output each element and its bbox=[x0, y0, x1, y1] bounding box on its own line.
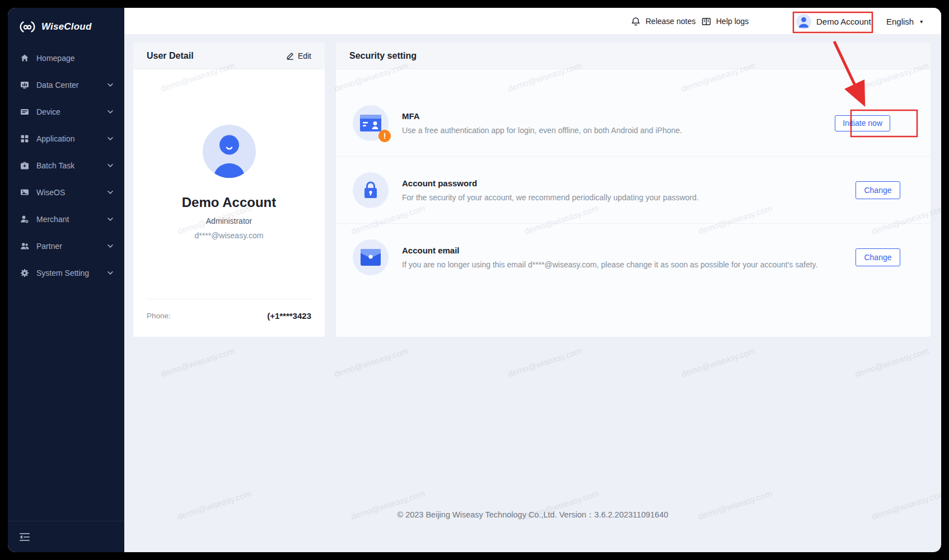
change-email-button[interactable]: Change bbox=[855, 248, 900, 266]
email-action: Change bbox=[855, 248, 900, 266]
footer-copyright: © 2023 Beijing Wiseasy Technology Co.,Lt… bbox=[124, 510, 941, 520]
batch-task-icon bbox=[20, 161, 29, 170]
user-detail-header: User Detail Edit bbox=[133, 43, 325, 69]
user-detail-card: User Detail Edit Demo Account bbox=[133, 43, 325, 337]
sidebar-item-homepage[interactable]: Homepage bbox=[8, 45, 124, 72]
partner-icon bbox=[20, 242, 29, 251]
email-icon-wrap bbox=[353, 239, 389, 275]
change-password-button[interactable]: Change bbox=[855, 181, 900, 199]
chevron-down-icon bbox=[107, 137, 113, 141]
sidebar-item-system-setting[interactable]: System Setting bbox=[8, 260, 124, 286]
mfa-row: ! MFA Use a free authentication app for … bbox=[336, 90, 931, 156]
account-menu[interactable]: Demo Account bbox=[796, 8, 871, 35]
security-setting-card: Security setting ! MFA Use a free authen… bbox=[336, 43, 931, 337]
data-center-icon bbox=[20, 81, 29, 90]
release-notes-button[interactable]: Release notes bbox=[631, 8, 696, 35]
chevron-down-icon bbox=[107, 110, 113, 114]
sidebar-item-label: System Setting bbox=[36, 269, 89, 277]
sidebar-item-merchant[interactable]: Merchant bbox=[8, 206, 124, 233]
sidebar-item-data-center[interactable]: Data Center bbox=[8, 72, 124, 98]
account-avatar-icon bbox=[796, 14, 811, 29]
chevron-down-icon bbox=[107, 271, 113, 275]
sidebar-item-wiseos[interactable]: WiseOS bbox=[8, 179, 124, 206]
password-description: For the security of your account, we rec… bbox=[402, 193, 699, 202]
lock-icon bbox=[353, 172, 389, 208]
initiate-now-button[interactable]: Initiate now bbox=[835, 115, 890, 131]
wiseos-icon bbox=[20, 188, 29, 197]
topbar: Release notes Help logs Demo Account Eng… bbox=[124, 8, 941, 35]
sidebar-item-application[interactable]: Application bbox=[8, 125, 124, 152]
edit-label: Edit bbox=[298, 51, 311, 60]
bell-icon bbox=[631, 17, 641, 26]
edit-button[interactable]: Edit bbox=[286, 51, 311, 60]
brand-logo: WiseCloud bbox=[8, 8, 124, 34]
sidebar-item-partner[interactable]: Partner bbox=[8, 233, 124, 260]
release-notes-label: Release notes bbox=[646, 17, 696, 26]
email-title: Account email bbox=[402, 246, 817, 255]
envelope-icon bbox=[353, 239, 389, 275]
email-description: If you are no longer using this email d*… bbox=[402, 260, 817, 269]
warning-badge-icon: ! bbox=[378, 130, 391, 142]
collapse-sidebar-icon[interactable] bbox=[19, 533, 30, 542]
user-detail-title: User Detail bbox=[147, 51, 194, 61]
chevron-down-icon bbox=[107, 191, 113, 195]
chevron-down-icon bbox=[107, 218, 113, 222]
sidebar-item-label: Partner bbox=[36, 242, 62, 251]
sidebar-footer bbox=[8, 521, 124, 552]
phone-value: (+1****3423 bbox=[267, 311, 311, 321]
chevron-down-icon bbox=[107, 244, 113, 248]
sidebar-item-device[interactable]: Device bbox=[8, 98, 124, 125]
pencil-icon bbox=[286, 51, 294, 60]
home-icon bbox=[20, 54, 29, 63]
language-selector[interactable]: English ▾ bbox=[886, 8, 923, 35]
mfa-description: Use a free authentication app for login,… bbox=[402, 126, 682, 135]
chevron-down-icon bbox=[107, 164, 113, 168]
user-email: d****@wiseasy.com bbox=[195, 231, 264, 240]
phone-label: Phone: bbox=[147, 312, 171, 320]
book-icon bbox=[702, 17, 711, 26]
sidebar-item-label: Merchant bbox=[36, 215, 69, 224]
sidebar-item-label: Batch Task bbox=[36, 161, 74, 170]
email-texts: Account email If you are no longer using… bbox=[402, 246, 817, 269]
wisecloud-logo-icon bbox=[19, 20, 36, 34]
sidebar-item-batch-task[interactable]: Batch Task bbox=[8, 152, 124, 179]
mfa-icon-wrap: ! bbox=[353, 105, 389, 141]
application-icon bbox=[20, 134, 29, 143]
help-logs-button[interactable]: Help logs bbox=[702, 8, 749, 35]
sidebar-nav: Homepage Data Center Device A bbox=[8, 45, 124, 286]
merchant-icon bbox=[20, 215, 29, 224]
language-label: English bbox=[886, 17, 914, 26]
sidebar-item-label: Homepage bbox=[36, 54, 75, 63]
user-name: Demo Account bbox=[182, 195, 276, 210]
security-setting-title: Security setting bbox=[349, 51, 417, 61]
account-password-row: Account password For the security of you… bbox=[336, 156, 931, 223]
sidebar-item-label: WiseOS bbox=[36, 188, 65, 197]
device-icon bbox=[20, 107, 29, 116]
security-setting-header: Security setting bbox=[336, 43, 931, 69]
phone-row: Phone: (+1****3423 bbox=[147, 311, 311, 321]
sidebar-item-label: Application bbox=[36, 134, 75, 143]
mfa-texts: MFA Use a free authentication app for lo… bbox=[402, 111, 682, 135]
help-logs-label: Help logs bbox=[716, 17, 749, 26]
account-email-row: Account email If you are no longer using… bbox=[336, 223, 931, 290]
user-avatar bbox=[203, 125, 256, 178]
account-name: Demo Account bbox=[816, 17, 871, 26]
password-title: Account password bbox=[402, 178, 699, 188]
app-window: WiseCloud Homepage Data Center Dev bbox=[8, 8, 941, 552]
password-texts: Account password For the security of you… bbox=[402, 178, 699, 202]
security-rows: ! MFA Use a free authentication app for … bbox=[336, 69, 931, 290]
caret-down-icon: ▾ bbox=[920, 18, 923, 25]
sidebar-item-label: Data Center bbox=[36, 81, 78, 90]
password-action: Change bbox=[855, 181, 900, 199]
mfa-action: Initiate now bbox=[835, 115, 900, 131]
user-detail-body: Demo Account Administrator d****@wiseasy… bbox=[133, 69, 325, 240]
mfa-title: MFA bbox=[402, 111, 682, 121]
sidebar: WiseCloud Homepage Data Center Dev bbox=[8, 8, 124, 552]
chevron-down-icon bbox=[107, 83, 113, 87]
divider bbox=[147, 299, 311, 299]
main-content: User Detail Edit Demo Account bbox=[124, 35, 941, 552]
user-role: Administrator bbox=[206, 217, 252, 225]
system-setting-icon bbox=[20, 269, 29, 277]
sidebar-item-label: Device bbox=[36, 107, 60, 116]
password-icon-wrap bbox=[353, 172, 389, 208]
